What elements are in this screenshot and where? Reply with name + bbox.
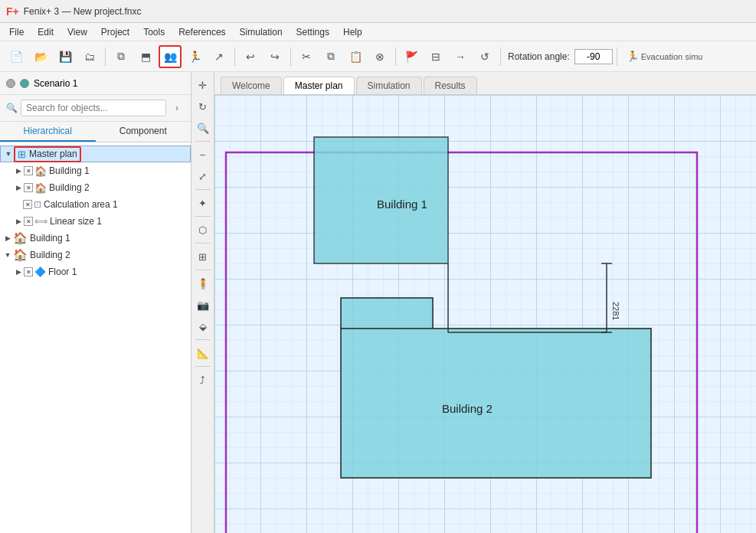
tree-item-calc-area[interactable]: ✕ ⊡ Calculation area 1 — [0, 196, 191, 213]
3d-cube-tool[interactable]: ⬡ — [193, 220, 213, 240]
checkbox-linear[interactable]: ✕ — [24, 217, 33, 226]
canvas-grid: Building 1 Building 2 2281 — [214, 95, 756, 533]
menu-view[interactable]: View — [61, 25, 93, 39]
scenario-bar: Scenario 1 — [0, 72, 191, 95]
zoom-in-tool[interactable]: 🔍 — [193, 118, 213, 138]
undo-button[interactable]: ↩ — [239, 45, 262, 68]
expand-arrow-b1r[interactable]: ▶ — [3, 234, 12, 243]
checkbox-floor1[interactable]: ✕ — [24, 267, 33, 276]
menu-project[interactable]: Project — [95, 25, 136, 39]
tab-simulation[interactable]: Simulation — [356, 77, 422, 94]
expand-arrow-b2r[interactable]: ▼ — [3, 250, 12, 260]
open-button[interactable]: 📂 — [29, 45, 52, 68]
camera-tool[interactable]: 📷 — [193, 295, 213, 315]
linear-size-icon: ⟺ — [34, 216, 47, 227]
expand-arrow-b2c[interactable]: ▶ — [14, 183, 23, 192]
master-plan-box: ⊞ Master plan — [14, 146, 81, 162]
menu-simulation[interactable]: Simulation — [234, 25, 289, 39]
move-tool[interactable]: ✛ — [193, 75, 213, 95]
save-all-button[interactable]: 🗂 — [78, 45, 101, 68]
v-sep2 — [195, 189, 211, 190]
checkbox-b2c[interactable]: ✕ — [24, 183, 33, 192]
new-button[interactable]: 📄 — [5, 45, 28, 68]
zoom-minus-tool[interactable]: − — [193, 145, 213, 165]
redo-button[interactable]: ↪ — [263, 45, 286, 68]
menu-tools[interactable]: Tools — [137, 25, 171, 39]
set-start-button[interactable]: 🚩 — [400, 45, 423, 68]
expand-arrow-b1c[interactable]: ▶ — [14, 166, 23, 175]
building2-child-icon: 🏠 — [34, 182, 47, 194]
rotate-tool[interactable]: ↻ — [193, 96, 213, 116]
app-title: Fenix+ 3 — New project.fnxc — [24, 6, 142, 17]
tree-item-building2-root[interactable]: ▼ 🏠 Building 2 — [0, 247, 191, 263]
title-bar: F+ Fenix+ 3 — New project.fnxc — [0, 0, 756, 23]
duplicate-button[interactable]: ⬒ — [134, 45, 157, 68]
svg-rect-4 — [341, 329, 651, 478]
search-expand-button[interactable]: › — [169, 100, 185, 116]
expand-arrow-floor1[interactable]: ▶ — [14, 267, 23, 276]
main-layout: Scenario 1 🔍 › Hierarchical Component ▼ … — [0, 72, 756, 533]
menu-edit[interactable]: Edit — [31, 25, 60, 39]
tab-results[interactable]: Results — [424, 77, 477, 94]
place-person-button[interactable]: 👥 — [159, 45, 182, 68]
menu-settings[interactable]: Settings — [290, 25, 335, 39]
layers-tool[interactable]: ⬙ — [193, 316, 213, 336]
building1-child-icon: 🏠 — [34, 165, 47, 177]
move-to-button[interactable]: ↗ — [208, 45, 231, 68]
tree-item-building1-root[interactable]: ▶ 🏠 Building 1 — [0, 230, 191, 247]
v-sep4 — [195, 243, 211, 244]
menu-references[interactable]: References — [172, 25, 231, 39]
expand-arrow-linear[interactable]: ▶ — [14, 217, 23, 226]
menu-file[interactable]: File — [3, 25, 30, 39]
tree-item-master-plan[interactable]: ▼ ⊞ Master plan — [0, 146, 191, 162]
grid-tool[interactable]: ⊞ — [193, 247, 213, 266]
copy-button[interactable]: ⧉ — [319, 45, 342, 68]
evacuation-sim-button[interactable]: 🏃 Evacuation simu — [621, 45, 709, 68]
rotate-left-button[interactable]: ↺ — [473, 45, 496, 68]
left-panel: Scenario 1 🔍 › Hierarchical Component ▼ … — [0, 72, 191, 533]
master-plan-icon: ⊞ — [18, 149, 26, 160]
rotation-input[interactable] — [574, 49, 613, 64]
canvas[interactable]: Building 1 Building 2 2281 — [214, 95, 756, 533]
svg-text:Building 2: Building 2 — [442, 402, 493, 415]
expand-arrow-master-plan[interactable]: ▼ — [4, 149, 13, 159]
place-selected-button[interactable]: 🏃 — [183, 45, 206, 68]
floor-plan-tool[interactable]: 📐 — [193, 343, 213, 363]
cut-button[interactable]: ✂ — [295, 45, 318, 68]
evacuation-label: Evacuation simu — [641, 52, 703, 61]
tree-item-building1-child[interactable]: ▶ ✕ 🏠 Building 1 — [0, 162, 191, 179]
save-button[interactable]: 💾 — [54, 45, 77, 68]
person-pos-tool[interactable]: 🧍 — [193, 273, 213, 293]
v-sep5 — [195, 270, 211, 270]
search-input[interactable] — [21, 100, 166, 116]
delete-button[interactable]: ⊗ — [368, 45, 391, 68]
menu-help[interactable]: Help — [337, 25, 368, 39]
scenario-name: Scenario 1 — [34, 78, 77, 89]
tree-item-linear-size[interactable]: ▶ ✕ ⟺ Linear size 1 — [0, 213, 191, 230]
tab-master-plan[interactable]: Master plan — [283, 77, 355, 94]
tree-item-floor1[interactable]: ▶ ✕ 🔷 Floor 1 — [0, 263, 191, 280]
zoom-out-tool[interactable]: ⤢ — [193, 166, 213, 186]
svg-rect-5 — [341, 298, 433, 329]
building2-child-label: Building 2 — [49, 182, 90, 193]
vertical-toolbar: ✛ ↻ 🔍 − ⤢ ✦ ⬡ ⊞ 🧍 📷 ⬙ 📐 ⤴ — [191, 72, 214, 533]
toolbar: 📄 📂 💾 🗂 ⧉ ⬒ 👥 🏃 ↗ ↩ ↪ ✂ ⧉ 📋 ⊗ 🚩 ⊟ → ↺ Ro… — [0, 41, 756, 72]
point-tool[interactable]: ✦ — [193, 193, 213, 213]
checkbox-calc[interactable]: ✕ — [23, 200, 32, 209]
v-sep3 — [195, 216, 211, 217]
rotation-label: Rotation angle: — [505, 51, 573, 62]
building2-root-icon: 🏠 — [13, 248, 28, 262]
paste-button[interactable]: 📋 — [344, 45, 367, 68]
tree-item-building2-child[interactable]: ▶ ✕ 🏠 Building 2 — [0, 179, 191, 196]
building2-root-label: Building 2 — [30, 250, 70, 260]
tab-component[interactable]: Component — [96, 122, 191, 142]
copy-to-button[interactable]: ⧉ — [110, 45, 133, 68]
right-content: ✛ ↻ 🔍 − ⤢ ✦ ⬡ ⊞ 🧍 📷 ⬙ 📐 ⤴ Welcome — [191, 72, 756, 533]
tab-welcome[interactable]: Welcome — [221, 77, 282, 94]
tab-hierarchical[interactable]: Hierarchical — [0, 122, 96, 142]
sep1 — [105, 47, 106, 66]
column-button[interactable]: ⊟ — [424, 45, 447, 68]
export-tool[interactable]: ⤴ — [193, 370, 213, 390]
checkbox-b1c[interactable]: ✕ — [24, 166, 33, 175]
arrow-right-button[interactable]: → — [449, 45, 472, 68]
